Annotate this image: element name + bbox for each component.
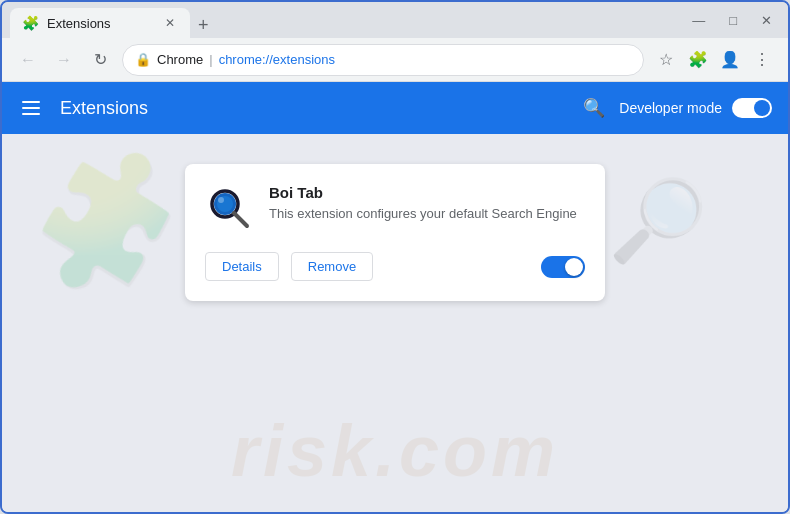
extension-info: Boi Tab This extension configures your d… <box>269 184 585 223</box>
minimize-button[interactable]: — <box>684 9 713 32</box>
reload-button[interactable]: ↻ <box>86 46 114 74</box>
svg-line-4 <box>234 213 247 226</box>
site-name: Chrome <box>157 52 203 67</box>
maximize-button[interactable]: □ <box>721 9 745 32</box>
omnibox[interactable]: 🔒 Chrome | chrome://extensions <box>122 44 644 76</box>
extension-name: Boi Tab <box>269 184 585 201</box>
close-button[interactable]: ✕ <box>753 9 780 32</box>
tab-bar: 🧩 Extensions ✕ + <box>10 2 680 38</box>
developer-mode-toggle[interactable] <box>732 98 772 118</box>
extension-enabled-toggle[interactable] <box>541 256 585 278</box>
watermark-text: risk.com <box>231 410 559 492</box>
back-button[interactable]: ← <box>14 46 42 74</box>
details-button[interactable]: Details <box>205 252 279 281</box>
remove-button[interactable]: Remove <box>291 252 373 281</box>
hamburger-menu-button[interactable] <box>18 97 44 119</box>
main-content: 🧩 🔍 risk.com Boi Tab This ext <box>2 134 788 512</box>
magnifier-icon <box>207 186 251 230</box>
tab-title: Extensions <box>47 16 111 31</box>
developer-mode-toggle-knob <box>754 100 770 116</box>
watermark-magnifier-icon: 🔍 <box>608 174 708 268</box>
address-icons: ☆ 🧩 👤 ⋮ <box>652 46 776 74</box>
extension-toggle-knob <box>565 258 583 276</box>
lock-icon: 🔒 <box>135 52 151 67</box>
chrome-menu-button[interactable]: ⋮ <box>748 46 776 74</box>
active-tab[interactable]: 🧩 Extensions ✕ <box>10 8 190 38</box>
tab-favicon-icon: 🧩 <box>22 15 39 31</box>
developer-mode-area: 🔍 Developer mode <box>579 93 772 123</box>
watermark-puzzle-icon: 🧩 <box>16 137 197 312</box>
address-bar: ← → ↻ 🔒 Chrome | chrome://extensions ☆ 🧩… <box>2 38 788 82</box>
developer-mode-label: Developer mode <box>619 100 722 116</box>
forward-button[interactable]: → <box>50 46 78 74</box>
browser-window: 🧩 Extensions ✕ + — □ ✕ ← → ↻ 🔒 Chrome | … <box>0 0 790 514</box>
url-text: chrome://extensions <box>219 52 335 67</box>
new-tab-button[interactable]: + <box>190 12 217 38</box>
svg-point-3 <box>218 197 224 203</box>
title-bar: 🧩 Extensions ✕ + — □ ✕ <box>2 2 788 38</box>
url-separator: | <box>209 52 212 67</box>
extension-icon <box>205 184 253 232</box>
window-controls: — □ ✕ <box>684 9 780 32</box>
search-extensions-button[interactable]: 🔍 <box>579 93 609 123</box>
extension-card-header: Boi Tab This extension configures your d… <box>205 184 585 232</box>
extensions-header: Extensions 🔍 Developer mode <box>2 82 788 134</box>
extension-card-footer: Details Remove <box>205 252 585 281</box>
page-title: Extensions <box>60 98 563 119</box>
tab-close-button[interactable]: ✕ <box>162 15 178 31</box>
extension-description: This extension configures your default S… <box>269 205 585 223</box>
extension-card: Boi Tab This extension configures your d… <box>185 164 605 301</box>
profile-button[interactable]: 👤 <box>716 46 744 74</box>
bookmark-button[interactable]: ☆ <box>652 46 680 74</box>
extensions-button[interactable]: 🧩 <box>684 46 712 74</box>
